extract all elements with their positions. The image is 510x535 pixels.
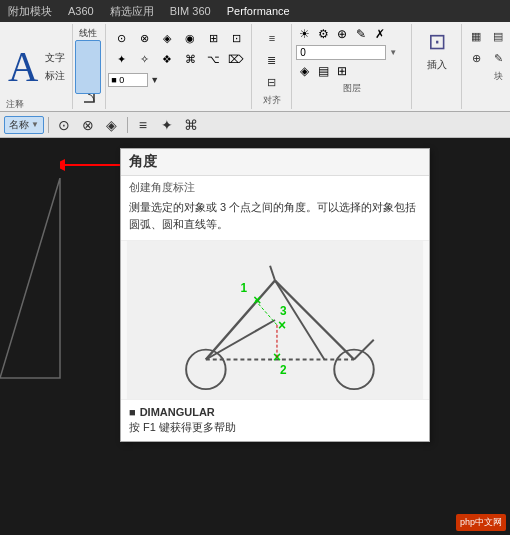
toolbar-separator-2: [127, 117, 128, 133]
command-label: DIMANGULAR: [140, 406, 215, 418]
lineweight-label: ▼: [150, 75, 159, 85]
align-btn-2[interactable]: ≣: [262, 50, 282, 70]
toolbar-btn-4[interactable]: ≡: [132, 114, 154, 136]
insert-group: ⊡ 插入: [412, 24, 462, 109]
tooltip-description: 测量选定的对象或 3 个点之间的角度。可以选择的对象包括圆弧、圆和直线等。: [121, 197, 429, 240]
dimension-toolbar: 线性: [73, 24, 106, 109]
align-icons: ≡ ≣ ⊟: [260, 26, 284, 94]
icon-12[interactable]: ⌦: [225, 49, 247, 69]
tooltip-footer: ■ DIMANGULAR 按 F1 键获得更多帮助: [121, 400, 429, 441]
icon-1[interactable]: ⊙: [110, 28, 132, 48]
icon-11[interactable]: ⌥: [202, 49, 224, 69]
icon-8[interactable]: ✧: [133, 49, 155, 69]
menu-bar: 附加模块 A360 精选应用 BIM 360 Performance: [0, 0, 510, 22]
dim-toolbar-dropdown[interactable]: 名称 ▼: [4, 116, 44, 134]
layer-icon-4[interactable]: ✎: [353, 26, 369, 42]
tooltip-diagram: 1 × 3 × 2 ×: [121, 240, 429, 400]
block-icon-5[interactable]: ✎: [488, 48, 508, 68]
layer-icon-7[interactable]: ▤: [315, 63, 331, 79]
insert-label: 插入: [427, 58, 447, 72]
toolbar-row: 名称 ▼ ⊙ ⊗ ◈ ≡ ✦ ⌘: [0, 112, 510, 138]
ribbon: A 文字 标注 注释 线性: [0, 22, 510, 112]
icon-7[interactable]: ✦: [110, 49, 132, 69]
layer-icon-2[interactable]: ⚙: [315, 26, 331, 42]
svg-text:×: ×: [278, 317, 286, 333]
layer-icon-6[interactable]: ◈: [296, 63, 312, 79]
php-watermark: php中文网: [456, 514, 506, 531]
canvas-triangle-svg: [0, 178, 90, 398]
text-button[interactable]: 文字: [42, 50, 68, 66]
block-icons-row-2: ⊕ ✎ ⊞: [466, 48, 510, 68]
tooltip-header: 角度: [121, 149, 429, 176]
layer-group: ☀ ⚙ ⊕ ✎ ✗ 0 ▼ ◈ ▤ ⊞ 图层: [292, 24, 412, 109]
ribbon-icon-grid-group: ⊙ ⊗ ◈ ◉ ⊞ ⊡ ✦ ✧ ❖ ⌘ ⌥ ⌦ ■ 0 ▼: [106, 24, 252, 109]
toolbar-btn-6[interactable]: ⌘: [180, 114, 202, 136]
layer-row-1: ☀ ⚙ ⊕ ✎ ✗: [296, 26, 407, 42]
align-group: ≡ ≣ ⊟ 对齐: [252, 24, 292, 109]
annotation-label: 注释: [6, 98, 24, 111]
svg-marker-4: [0, 178, 60, 378]
icon-4[interactable]: ◉: [179, 28, 201, 48]
color-row: ■ 0 ▼: [108, 71, 249, 89]
layer-dropdown-arrow[interactable]: ▼: [389, 48, 397, 57]
menu-a360[interactable]: A360: [64, 3, 98, 19]
layer-icon-3[interactable]: ⊕: [334, 26, 350, 42]
dimension-button[interactable]: 标注: [42, 68, 68, 84]
menu-featured-apps[interactable]: 精选应用: [106, 2, 158, 21]
menu-bim360[interactable]: BIM 360: [166, 3, 215, 19]
layer-icon-8[interactable]: ⊞: [334, 63, 350, 79]
icon-9[interactable]: ❖: [156, 49, 178, 69]
toolbar-btn-1[interactable]: ⊙: [53, 114, 75, 136]
layer-icon-5[interactable]: ✗: [372, 26, 388, 42]
canvas-area[interactable]: 角度 创建角度标注 测量选定的对象或 3 个点之间的角度。可以选择的对象包括圆弧…: [0, 138, 510, 535]
align-btn-1[interactable]: ≡: [262, 28, 282, 48]
block-icon-1[interactable]: ▦: [466, 26, 486, 46]
tooltip-subtitle: 创建角度标注: [121, 176, 429, 197]
annotation-sub-buttons: 文字 标注: [42, 50, 68, 84]
block-icon-2[interactable]: ▤: [488, 26, 508, 46]
icon-3[interactable]: ◈: [156, 28, 178, 48]
text-big-button[interactable]: A: [8, 46, 38, 88]
block-label: 块: [466, 70, 510, 83]
tooltip-help-text: 按 F1 键获得更多帮助: [129, 420, 421, 435]
annotation-group: A 文字 标注 注释: [4, 24, 73, 109]
insert-button[interactable]: ⊡ 插入: [421, 26, 453, 72]
toolbar-btn-2[interactable]: ⊗: [77, 114, 99, 136]
align-btn-3[interactable]: ⊟: [262, 72, 282, 92]
layer-group-label: 图层: [296, 82, 407, 95]
align-label: 对齐: [263, 94, 281, 107]
dim-angle-highlight: [75, 40, 101, 94]
menu-performance[interactable]: Performance: [223, 3, 294, 19]
layer-row-3: ◈ ▤ ⊞: [296, 63, 407, 79]
command-icon: ■: [129, 406, 136, 418]
icon-10[interactable]: ⌘: [179, 49, 201, 69]
tooltip-title: 角度: [129, 153, 157, 171]
bicycle-diagram-svg: 1 × 3 × 2 ×: [121, 241, 429, 399]
menu-additional-modules[interactable]: 附加模块: [4, 2, 56, 21]
tooltip-command: ■ DIMANGULAR: [129, 406, 421, 418]
layer-icon-1[interactable]: ☀: [296, 26, 312, 42]
layer-combo[interactable]: 0: [296, 45, 386, 60]
icon-5[interactable]: ⊞: [202, 28, 224, 48]
icon-6[interactable]: ⊡: [225, 28, 247, 48]
block-group: ▦ ▤ ≡ ⊕ ✎ ⊞ 块: [462, 24, 510, 109]
dim-toolbar-label: 名称: [9, 118, 29, 132]
block-icon-4[interactable]: ⊕: [466, 48, 486, 68]
icon-grid: ⊙ ⊗ ◈ ◉ ⊞ ⊡ ✦ ✧ ❖ ⌘ ⌥ ⌦: [108, 26, 249, 71]
toolbar-btn-3[interactable]: ◈: [101, 114, 123, 136]
layer-row-2: 0 ▼: [296, 45, 407, 60]
toolbar-separator-1: [48, 117, 49, 133]
icon-2[interactable]: ⊗: [133, 28, 155, 48]
linestyle-label: 线性: [77, 26, 101, 41]
block-icons-row: ▦ ▤ ≡: [466, 26, 510, 46]
tooltip-popup: 角度 创建角度标注 测量选定的对象或 3 个点之间的角度。可以选择的对象包括圆弧…: [120, 148, 430, 442]
dim-dropdown-arrow: ▼: [31, 120, 39, 129]
toolbar-btn-5[interactable]: ✦: [156, 114, 178, 136]
svg-text:1: 1: [240, 281, 247, 295]
color-select[interactable]: ■ 0: [108, 73, 148, 87]
